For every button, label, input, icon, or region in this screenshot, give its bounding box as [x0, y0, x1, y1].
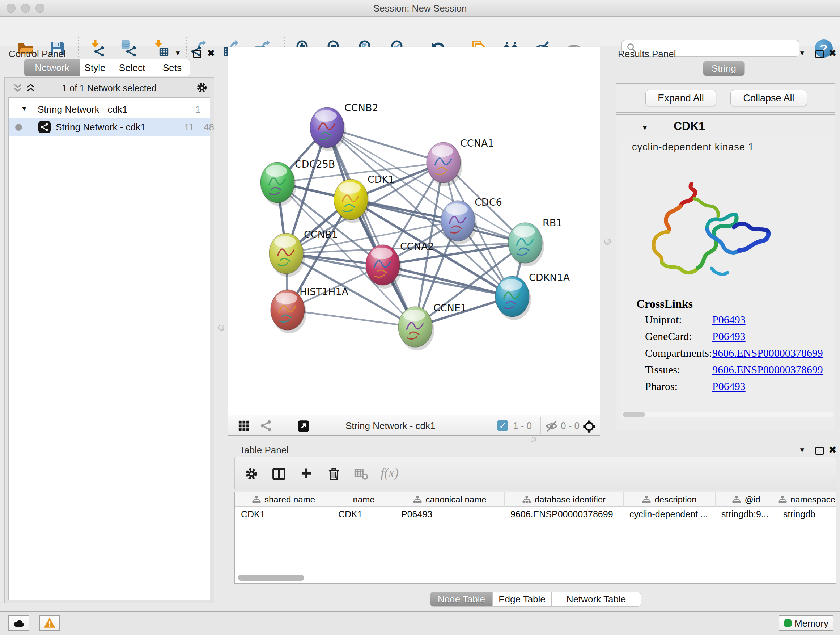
control-panel-close-icon[interactable]: ✖ — [207, 48, 215, 59]
control-panel-collapse-icon[interactable]: ▼ — [174, 49, 181, 57]
table-cell[interactable]: 9606.ENSP00000378699 — [505, 508, 624, 521]
table-settings-gear-icon[interactable] — [244, 467, 259, 481]
table-cell[interactable]: CDK1 — [332, 508, 395, 521]
network-node-cdkn1a[interactable]: CDKN1A — [495, 272, 570, 320]
crosslink-value-link[interactable]: P06493 — [712, 330, 745, 342]
network-options-gear-icon[interactable] — [196, 81, 208, 94]
toolbar-separator — [186, 37, 187, 60]
node-label: CCNB2 — [344, 102, 378, 113]
protein-description: cyclin-dependent kinase 1 — [632, 141, 754, 153]
open-in-new-window-icon[interactable] — [297, 420, 309, 432]
network-node-rb1[interactable]: RB1 — [508, 217, 562, 266]
results-horizontal-scrollbar[interactable] — [622, 412, 833, 417]
status-bar: Memory — [0, 611, 840, 635]
column-type-icon — [523, 495, 531, 504]
delete-column-trash-icon[interactable] — [327, 467, 341, 481]
create-column-icon[interactable]: + — [301, 463, 312, 483]
network-node-cdk1[interactable]: CDK1 — [334, 174, 395, 223]
table-cell[interactable]: stringdb:9... — [715, 508, 777, 521]
table-cell[interactable]: CDK1 — [235, 508, 332, 521]
tab-edge-table[interactable]: Edge Table — [493, 592, 552, 607]
tab-network[interactable]: Network — [24, 59, 80, 76]
table-cell[interactable]: cyclin-dependent ... — [624, 508, 715, 521]
crosslink-value-link[interactable]: 9606.ENSP00000378699 — [712, 363, 823, 376]
tab-node-table[interactable]: Node Table — [430, 592, 493, 607]
birds-eye-view-icon[interactable] — [583, 420, 595, 432]
column-type-icon — [413, 495, 422, 504]
table-panel-collapse-icon[interactable]: ▼ — [799, 446, 806, 454]
crosslink-value-link[interactable]: P06493 — [712, 380, 745, 393]
tab-string[interactable]: String — [703, 61, 745, 76]
toolbar-divider — [540, 417, 541, 434]
tab-network-table[interactable]: Network Table — [552, 592, 641, 607]
network-node-cdc6[interactable]: CDC6 — [441, 196, 502, 244]
crosslink-label: GeneCard: — [645, 330, 692, 342]
tab-select[interactable]: Select — [110, 59, 155, 76]
node-label: CDC25B — [295, 158, 335, 170]
tab-sets[interactable]: Sets — [155, 59, 190, 76]
memory-status-icon — [783, 619, 792, 627]
crosslink-row: Pharos:P06493 — [619, 377, 832, 394]
column-header-shared-name[interactable]: shared name — [235, 492, 332, 507]
protein-name: CDK1 — [674, 119, 705, 133]
table-panel-maximize-icon[interactable] — [815, 447, 824, 455]
control-panel-title: Control Panel — [9, 49, 66, 60]
network-node-ccne1[interactable]: CCNE1 — [398, 302, 467, 350]
network-panel-header: 1 of 1 Network selected — [5, 78, 214, 97]
collapse-all-button[interactable]: Collapse All — [730, 90, 807, 106]
column-label: description — [654, 494, 696, 505]
column-header-database-identifier[interactable]: database identifier — [505, 492, 624, 507]
function-builder-icon: f(x) — [381, 465, 399, 480]
selected-count-checkbox[interactable] — [497, 420, 508, 431]
collection-expand-icon[interactable]: ▼ — [21, 105, 27, 112]
column-header-canonical-name[interactable]: canonical name — [395, 492, 505, 507]
crosslink-value-link[interactable]: 9606.ENSP00000378699 — [712, 347, 823, 359]
show-columns-icon[interactable] — [272, 467, 286, 481]
table-panel-close-icon[interactable]: ✖ — [829, 444, 837, 456]
crosslink-value-link[interactable]: P06493 — [712, 314, 745, 326]
scrollbar-thumb[interactable] — [622, 412, 645, 417]
left-splitter-handle[interactable] — [218, 325, 224, 331]
memory-button[interactable]: Memory — [778, 616, 834, 631]
results-panel-collapse-icon[interactable]: ▼ — [799, 49, 806, 57]
expand-all-button[interactable]: Expand All — [645, 90, 716, 106]
table-cell[interactable]: P06493 — [395, 508, 505, 521]
network-selection-status: 1 of 1 Network selected — [5, 83, 214, 93]
table-cell[interactable]: stringdb — [777, 508, 836, 521]
import-network-database-button[interactable] — [120, 40, 137, 57]
network-canvas[interactable]: CCNB2CCNA1CDC25BCDK1CDC6RB1CCNB1CCNA2CDK… — [228, 47, 600, 415]
table-row[interactable]: CDK1CDK1P064939606.ENSP00000378699cyclin… — [235, 508, 836, 521]
network-node-hist1h1a[interactable]: HIST1H1A — [271, 286, 349, 333]
table-horizontal-scrollbar-thumb[interactable] — [238, 575, 304, 581]
results-panel-maximize-icon[interactable] — [815, 50, 824, 58]
right-splitter-handle[interactable] — [605, 239, 611, 245]
control-panel-tabs: NetworkStyleSelectSets — [24, 59, 190, 76]
network-share-icon[interactable] — [260, 420, 272, 432]
column-type-icon — [778, 495, 787, 504]
grid-view-icon[interactable] — [238, 420, 250, 432]
column-label: @id — [745, 494, 760, 505]
column-header-namespace[interactable]: namespace — [777, 492, 836, 507]
column-header--id[interactable]: @id — [715, 492, 777, 507]
network-graph[interactable]: CCNB2CCNA1CDC25BCDK1CDC6RB1CCNB1CCNA2CDK… — [228, 47, 600, 415]
window-title: Session: New Session — [0, 3, 840, 14]
protein-section-collapse-icon[interactable]: ▼ — [641, 123, 649, 132]
cloud-button[interactable] — [8, 616, 29, 631]
hidden-eye-slash-icon[interactable] — [545, 420, 557, 432]
bottom-splitter-handle[interactable] — [531, 437, 536, 442]
import-network-file-button[interactable] — [89, 40, 107, 57]
table-panel-title: Table Panel — [240, 445, 289, 456]
import-table-button[interactable] — [153, 40, 170, 57]
network-node-ccnb1[interactable]: CCNB1 — [269, 229, 338, 277]
control-panel-maximize-icon[interactable] — [193, 50, 202, 58]
network-collection-row[interactable]: ▼ String Network - cdk1 1 — [9, 101, 210, 117]
column-label: shared name — [264, 494, 315, 505]
column-header-name[interactable]: name — [332, 492, 395, 507]
title-bar: Session: New Session — [0, 0, 840, 17]
crosslinks-section: CrossLinks Uniprot:P06493GeneCard:P06493… — [619, 297, 832, 394]
results-panel-close-icon[interactable]: ✖ — [829, 48, 837, 59]
column-header-description[interactable]: description — [624, 492, 715, 507]
tab-style[interactable]: Style — [80, 59, 110, 76]
warnings-button[interactable] — [39, 616, 60, 631]
network-row-selected[interactable]: String Network - cdk1 11 48 — [9, 118, 210, 136]
